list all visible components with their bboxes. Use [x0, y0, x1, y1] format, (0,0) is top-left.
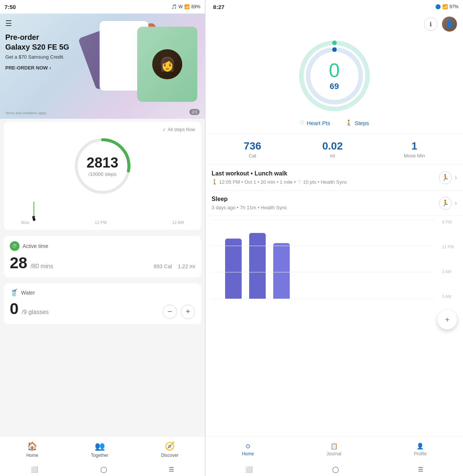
water-decrease-button[interactable]: −	[163, 305, 177, 319]
nav-item-home-right[interactable]: ⊙ Home	[242, 443, 254, 456]
home-icon-right: ⊙	[245, 443, 250, 450]
heart-pts-label: ♡ Heart Pts	[300, 119, 330, 126]
bottom-nav-left: 🏠 Home 👥 Together 🧭 Discover	[0, 436, 205, 462]
nav-label-discover: Discover	[161, 453, 179, 458]
active-time-icon: ⏱	[10, 241, 20, 251]
stat-miles: 0.02 mi	[322, 140, 343, 159]
home-nav-right[interactable]: ◯	[332, 466, 339, 473]
water-value: 0 /9 glasses	[10, 300, 49, 318]
sleep-title: Sleep	[212, 196, 287, 202]
menu-icon[interactable]: ☰	[5, 19, 12, 28]
active-time-main: 28 /80 mins 893 Cal 1.22 mi	[10, 254, 195, 272]
info-button[interactable]: ℹ	[424, 17, 437, 31]
recent-nav-right[interactable]: ☰	[418, 466, 423, 473]
back-nav-btn[interactable]: ⬜	[31, 466, 38, 473]
last-workout-section[interactable]: Last workout • Lunch walk 🚶 12:05 PM • O…	[206, 165, 463, 190]
steps-ring-label: 🚶 Steps	[345, 119, 369, 126]
sleep-chart-labels: 8 PM 11 PM 2 AM 5 AM	[442, 220, 454, 299]
ring-center-text: 0 69	[329, 60, 340, 91]
steps-icon: 🚶	[345, 119, 353, 126]
active-time-unit: /80 mins	[30, 263, 53, 269]
activity-ring: 0 69	[297, 38, 372, 113]
phone-green: 👩	[137, 27, 197, 102]
workout-chevron-icon[interactable]: ›	[455, 174, 457, 181]
all-steps-row: ✓ All steps Now	[10, 127, 195, 132]
wifi-icon: 📶	[184, 4, 190, 9]
ad-terms: Terms and conditions apply.	[5, 111, 47, 115]
active-time-number: 28	[10, 254, 27, 272]
timeline-now: Now	[21, 220, 29, 225]
time-left: 7:50	[5, 4, 16, 10]
time-right: 8:27	[210, 4, 224, 10]
together-icon: 👥	[95, 441, 105, 451]
system-nav-left: ⬜ ◯ ☰	[0, 462, 205, 476]
stat-cal-unit: Cal	[244, 153, 261, 159]
stats-row: 736 Cal 0.02 mi 1 Move Min	[206, 134, 463, 165]
water-increase-button[interactable]: +	[181, 305, 195, 319]
svg-point-3	[332, 41, 337, 45]
recent-nav-btn[interactable]: ☰	[169, 466, 174, 473]
workout-action-icon[interactable]: 🏃	[439, 171, 452, 184]
steps-circle: 2813 /10000 steps	[73, 136, 133, 196]
system-nav-right: ⬜ ◯ ☰	[206, 462, 463, 476]
home-nav-btn[interactable]: ◯	[100, 466, 107, 473]
nav-label-profile: Profile	[414, 451, 427, 456]
sleep-gridlines	[212, 220, 434, 299]
nav-item-journal[interactable]: 📋 Journal	[327, 443, 341, 456]
nav-item-together[interactable]: 👥 Together	[91, 441, 109, 458]
water-main: 0 /9 glasses − +	[10, 300, 195, 319]
sleep-content: Sleep 3 days ago • 7h 11m • Health Sync	[212, 196, 287, 210]
water-icon: 🥤	[10, 289, 18, 297]
ad-text: Pre-orderGalaxy S20 FE 5G Get a $70 Sams…	[5, 32, 69, 71]
all-steps-badge[interactable]: ✓ All steps Now	[162, 127, 195, 132]
battery-left: 89%	[191, 4, 200, 9]
ring-big-number: 0	[329, 60, 340, 80]
water-number: 0	[10, 300, 18, 317]
stat-movemin-value: 1	[404, 140, 425, 152]
stat-calories: 736 Cal	[244, 140, 261, 159]
steps-number: 2813	[86, 156, 118, 170]
nav-item-profile[interactable]: 👤 Profile	[414, 443, 427, 456]
steps-goal: /10000 steps	[86, 171, 118, 177]
active-time-stats: 893 Cal 1.22 mi	[154, 263, 195, 269]
ad-banner[interactable]: ☰ Pre-orderGalaxy S20 FE 5G Get a $70 Sa…	[0, 14, 205, 119]
top-actions: ℹ 👤	[206, 14, 463, 35]
chevron-right-icon: ›	[49, 65, 51, 71]
ad-title: Pre-orderGalaxy S20 FE 5G	[5, 32, 69, 52]
sleep-label-8pm: 8 PM	[442, 220, 454, 224]
sleep-section[interactable]: Sleep 3 days ago • 7h 11m • Health Sync …	[206, 190, 463, 216]
stat-mi-unit: mi	[322, 153, 343, 159]
ad-phones: 👩	[85, 14, 205, 119]
sleep-action-icon[interactable]: 🏃	[439, 197, 452, 210]
user-avatar[interactable]: 👤	[442, 17, 457, 32]
fab-plus-icon: +	[445, 316, 449, 324]
nav-item-discover[interactable]: 🧭 Discover	[161, 441, 179, 458]
status-bar-left: 7:50 🎵 W 📶 89%	[0, 0, 205, 14]
ad-cta-button[interactable]: PRE-ORDER NOW ›	[5, 65, 69, 71]
sleep-chart: 8 PM 11 PM 2 AM 5 AM	[212, 216, 457, 306]
nav-item-home[interactable]: 🏠 Home	[26, 441, 38, 458]
active-time-value: 28 /80 mins	[10, 254, 53, 272]
bluetooth-icon: 🔵	[435, 4, 441, 9]
activity-ring-container: 0 69 ♡ Heart Pts 🚶 Steps	[206, 35, 463, 134]
stat-mi-value: 0.02	[322, 140, 343, 152]
discover-icon: 🧭	[165, 441, 175, 451]
ring-sub-number: 69	[329, 82, 340, 91]
last-workout-actions: 🏃 ›	[439, 171, 457, 184]
sleep-chevron-icon[interactable]: ›	[455, 199, 457, 207]
bottom-nav-right: ⊙ Home 📋 Journal 👤 Profile	[206, 436, 463, 462]
left-panel: 7:50 🎵 W 📶 89% ☰ Pre-orderGalaxy S20 FE …	[0, 0, 205, 476]
word-icon: W	[179, 4, 183, 9]
last-workout-detail: 🚶 12:05 PM • Oct 1 • 20 min • 1 mile • ♡…	[212, 179, 347, 185]
active-time-header: ⏱ Active time	[10, 241, 195, 251]
water-title: Water	[21, 290, 35, 296]
back-nav-right[interactable]: ⬜	[245, 466, 253, 473]
signal-icon: 📶	[442, 4, 448, 9]
timeline-bar: ●	[10, 200, 195, 219]
add-fab-button[interactable]: +	[437, 310, 457, 329]
steps-circle-container: 2813 /10000 steps	[10, 136, 195, 196]
spotify-icon: 🎵	[171, 4, 177, 9]
nav-label-home: Home	[26, 453, 38, 458]
stat-movemin-unit: Move Min	[404, 153, 425, 159]
timeline-labels: Now 12 PM 12 AM	[10, 220, 195, 225]
